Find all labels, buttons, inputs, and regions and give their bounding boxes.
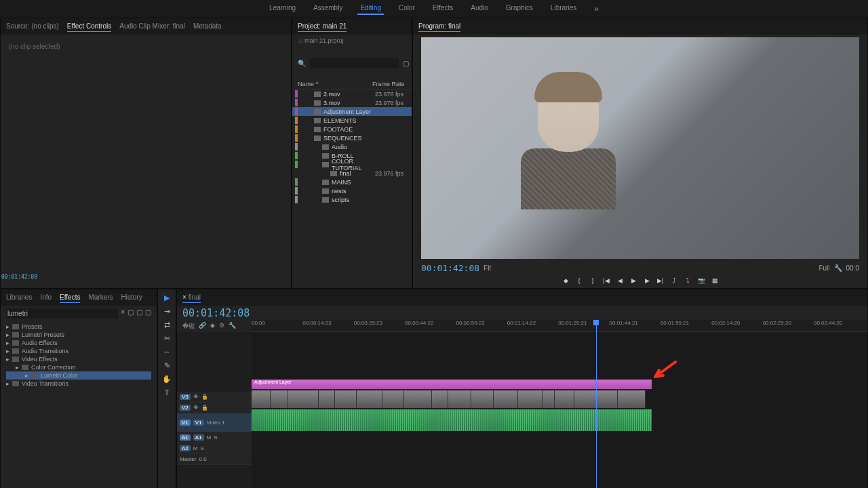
tab-audio[interactable]: Audio <box>468 3 491 15</box>
a2-toggle[interactable]: A2 <box>180 445 191 451</box>
bin-icon[interactable]: ▢ <box>403 60 409 67</box>
tab-project[interactable]: Project: main 21 <box>298 21 347 32</box>
video-clip[interactable] <box>271 390 288 408</box>
a1-toggle[interactable]: A1 <box>193 434 204 441</box>
hand-tool[interactable]: ✋ <box>162 375 172 384</box>
video-clip[interactable] <box>494 390 518 408</box>
v1-source[interactable]: V1 <box>180 420 191 426</box>
pen-tool[interactable]: ✎ <box>162 361 172 371</box>
step-fwd-button[interactable]: ▶| <box>656 277 665 285</box>
tab-metadata[interactable]: Metadata <box>193 21 222 32</box>
effects-tree-item[interactable]: ▸Video Effects <box>6 355 151 363</box>
tab-libraries-bottom[interactable]: Libraries <box>6 292 32 303</box>
video-clip[interactable] <box>319 390 334 408</box>
wrench-icon[interactable]: 🔧 <box>834 264 842 272</box>
project-item[interactable]: scripts <box>292 195 412 204</box>
a1-source[interactable]: A1 <box>180 434 191 441</box>
export-frame-button[interactable]: 📷 <box>697 277 705 285</box>
v1-toggle[interactable]: V1 <box>193 420 204 426</box>
project-item[interactable]: Adjustment Layer <box>292 107 412 116</box>
step-back-button[interactable]: |◀ <box>602 277 610 285</box>
video-clip[interactable] <box>518 390 542 408</box>
col-fps-header[interactable]: Frame Rate <box>372 81 406 87</box>
video-clip[interactable] <box>542 390 555 408</box>
video-clip[interactable] <box>335 390 357 408</box>
selection-tool[interactable]: ▶ <box>162 293 172 303</box>
video-clip[interactable] <box>404 390 432 408</box>
project-item[interactable]: COLOR TUTORIAL <box>292 160 412 169</box>
effects-tree-item[interactable]: ▸Color Correction <box>6 363 151 371</box>
tab-effect-controls[interactable]: Effect Controls <box>67 21 111 32</box>
fit-dropdown[interactable]: Fit <box>484 264 491 272</box>
video-clip[interactable] <box>252 390 271 408</box>
video-clip[interactable] <box>288 390 319 408</box>
project-item[interactable]: MAINS <box>292 178 412 186</box>
resolution-dropdown[interactable]: Full <box>818 264 829 272</box>
v3-toggle[interactable]: V3 <box>180 394 191 400</box>
mark-out-button[interactable]: { <box>575 277 583 285</box>
playhead[interactable] <box>596 320 597 488</box>
project-item[interactable]: 2.mov23.976 fps <box>292 89 412 98</box>
video-clip[interactable] <box>618 390 646 408</box>
frame-fwd-button[interactable]: ▶ <box>643 277 651 285</box>
tab-learning[interactable]: Learning <box>267 3 298 15</box>
video-track[interactable] <box>252 390 652 408</box>
clear-search-icon[interactable]: × <box>121 308 125 319</box>
timeline-content[interactable]: 00:0000:00:14:2300:00:29:2300:00:44:2200… <box>252 332 867 488</box>
effects-tree-item[interactable]: ▸Lumetri Presets <box>6 331 151 339</box>
effects-tree-item[interactable]: ▸Video Transitions <box>6 380 151 388</box>
tab-history[interactable]: History <box>121 292 142 303</box>
effects-search-input[interactable] <box>6 308 118 319</box>
track-select-tool[interactable]: ⇥ <box>162 307 172 317</box>
snap-icon[interactable]: �磁 <box>182 322 195 331</box>
effects-tree-item[interactable]: ▸Presets <box>6 323 151 331</box>
project-search-input[interactable] <box>310 58 399 68</box>
project-item[interactable]: Audio <box>292 142 412 151</box>
frame-back-button[interactable]: ◀ <box>616 277 624 285</box>
slip-tool[interactable]: ↔ <box>162 348 172 357</box>
video-clip[interactable] <box>382 390 404 408</box>
extract-button[interactable]: ⤵ <box>684 277 692 285</box>
project-item[interactable]: 3.mov23.976 fps <box>292 98 412 107</box>
settings-icon[interactable]: ⚙ <box>219 322 224 331</box>
wrench-icon-tl[interactable]: 🔧 <box>229 322 236 331</box>
tab-sequence[interactable]: × final <box>182 292 201 303</box>
tab-libraries[interactable]: Libraries <box>548 3 579 15</box>
program-monitor[interactable] <box>421 37 859 259</box>
time-ruler[interactable]: 00:0000:00:14:2300:00:29:2300:00:44:2200… <box>252 320 867 332</box>
tab-graphics[interactable]: Graphics <box>503 3 536 15</box>
lift-button[interactable]: ⤴ <box>670 277 678 285</box>
tab-source[interactable]: Source: (no clips) <box>6 21 59 32</box>
tab-effects[interactable]: Effects <box>430 3 456 15</box>
effects-tree-item[interactable]: ▸Audio Transitions <box>6 347 151 355</box>
video-clip[interactable] <box>357 390 382 408</box>
effects-tree-item[interactable]: ▸Audio Effects <box>6 339 151 347</box>
video-clip[interactable] <box>574 390 597 408</box>
tab-markers[interactable]: Markers <box>88 292 113 303</box>
video-clip[interactable] <box>432 390 448 408</box>
tab-more[interactable]: » <box>591 3 601 15</box>
marker-icon[interactable]: ◆ <box>210 322 215 331</box>
linked-selection-icon[interactable]: 🔗 <box>199 322 206 331</box>
tab-audio-mixer[interactable]: Audio Clip Mixer: final <box>119 21 185 32</box>
project-item[interactable]: SEQUENCES <box>292 134 412 142</box>
adjustment-layer-clip[interactable]: Adjustment Layer <box>252 380 652 389</box>
effects-tree-item[interactable]: ▸Lumetri Color <box>6 371 151 380</box>
play-button[interactable]: ▶ <box>629 277 637 285</box>
comparison-button[interactable]: ▦ <box>711 277 719 285</box>
timeline-timecode[interactable]: 00:01:42:08 <box>177 306 867 321</box>
tab-info[interactable]: Info <box>40 292 52 303</box>
video-clip[interactable] <box>597 390 618 408</box>
ripple-tool[interactable]: ⇄ <box>162 321 172 330</box>
tab-assembly[interactable]: Assembly <box>311 3 345 15</box>
type-tool[interactable]: T <box>162 388 172 398</box>
video-clip[interactable] <box>471 390 494 408</box>
tab-color[interactable]: Color <box>396 3 418 15</box>
program-timecode[interactable]: 00:01:42:08 <box>421 263 479 273</box>
tab-program[interactable]: Program: final <box>418 21 460 32</box>
fx-badge-icon[interactable]: ▢ <box>127 308 134 319</box>
go-in-button[interactable]: } <box>589 277 597 285</box>
mark-in-button[interactable]: ◆ <box>561 277 570 285</box>
v2-toggle[interactable]: V2 <box>180 405 191 411</box>
project-item[interactable]: nests <box>292 186 412 195</box>
